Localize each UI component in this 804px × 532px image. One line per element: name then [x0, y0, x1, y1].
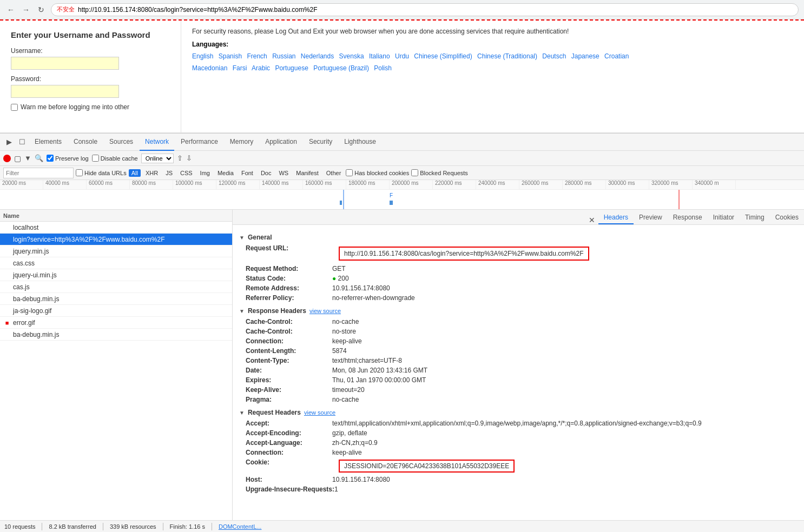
tab-console[interactable]: Console: [68, 134, 103, 151]
reqh-cookie-row: Cookie: JSESSIONID=20E796CA04233638B101A…: [239, 457, 798, 475]
filter-chip-doc[interactable]: Doc: [258, 169, 274, 177]
remote-key: Remote Address:: [246, 284, 332, 292]
list-item[interactable]: ■ error.gif: [0, 317, 232, 329]
address-bar[interactable]: 不安全 http://10.91.156.174:8080/cas/login?…: [51, 3, 799, 16]
lang-svenska[interactable]: Svenska: [339, 52, 364, 60]
lang-french[interactable]: French: [247, 52, 267, 60]
detail-tab-preview[interactable]: Preview: [634, 211, 668, 224]
list-item[interactable]: ja-sig-logo.gif: [0, 305, 232, 317]
list-item[interactable]: cas.css: [0, 257, 232, 269]
lang-italiano[interactable]: Italiano: [369, 52, 390, 60]
hide-data-urls-label: Hide data URLs: [76, 169, 127, 176]
tab-sources[interactable]: Sources: [104, 134, 139, 151]
status-dom-content[interactable]: DOMContentL...: [219, 523, 261, 530]
detail-tab-cookies[interactable]: Cookies: [770, 211, 804, 224]
svg-rect-4: [390, 201, 393, 205]
list-item[interactable]: localhost: [0, 222, 232, 234]
clear-button[interactable]: ▢: [14, 154, 21, 163]
tab-elements[interactable]: Elements: [29, 134, 67, 151]
filter-chip-all[interactable]: All: [129, 169, 141, 177]
preserve-log-checkbox[interactable]: [47, 155, 54, 162]
lang-spanish[interactable]: Spanish: [219, 52, 242, 60]
list-item[interactable]: ba-debug.min.js: [0, 293, 232, 305]
blocked-requests-text: Blocked Requests: [420, 170, 468, 176]
search-icon[interactable]: 🔍: [35, 154, 43, 162]
hide-data-urls-checkbox[interactable]: [76, 169, 83, 176]
filter-chip-font[interactable]: Font: [239, 169, 256, 177]
inspector-icon[interactable]: ▶: [3, 136, 15, 148]
filter-chip-js[interactable]: JS: [163, 169, 175, 177]
lang-urdu[interactable]: Urdu: [395, 52, 409, 60]
lang-deutsch[interactable]: Deutsch: [542, 52, 566, 60]
lang-nederlands[interactable]: Nederlands: [301, 52, 334, 60]
list-item[interactable]: login?service=http%3A%2F%2Fwww.baidu.com…: [0, 234, 232, 245]
export-button[interactable]: ⇩: [186, 154, 192, 162]
refresh-button[interactable]: ↻: [36, 4, 47, 15]
list-item[interactable]: cas.js: [0, 281, 232, 293]
tab-lighthouse[interactable]: Lighthouse: [339, 134, 381, 151]
record-button[interactable]: [3, 155, 11, 162]
throttle-select[interactable]: Online: [141, 154, 174, 163]
lang-japanese[interactable]: Japanese: [571, 52, 599, 60]
detail-tab-headers[interactable]: Headers: [598, 211, 634, 224]
request-view-source[interactable]: view source: [304, 409, 335, 416]
has-blocked-cookies-checkbox[interactable]: [346, 169, 353, 176]
disable-cache-checkbox[interactable]: [92, 155, 99, 162]
filter-chip-img[interactable]: Img: [197, 169, 213, 177]
tab-application[interactable]: Application: [260, 134, 302, 151]
filter-chip-css[interactable]: CSS: [177, 169, 195, 177]
device-icon[interactable]: ☐: [16, 136, 28, 148]
lang-portuguese[interactable]: Portuguese: [275, 64, 308, 72]
detail-tab-response[interactable]: Response: [668, 211, 708, 224]
cookie-value: JSESSIONID=20E796CA04233638B101A55032D39…: [339, 460, 515, 473]
referrer-row: Referrer Policy: no-referrer-when-downgr…: [239, 293, 798, 303]
filter-chip-xhr[interactable]: XHR: [143, 169, 161, 177]
lang-portuguese-brazil[interactable]: Portuguese (Brazil): [313, 64, 369, 72]
tick-10: 200000 ms: [390, 180, 433, 189]
general-arrow: ▼: [239, 235, 245, 241]
svg-text:F: F: [390, 192, 393, 198]
login-panel: Enter your Username and Password Usernam…: [0, 19, 181, 132]
filter-chip-media[interactable]: Media: [215, 169, 236, 177]
list-item[interactable]: ba-debug.min.js: [0, 329, 232, 341]
password-input[interactable]: [11, 85, 119, 98]
filter-chip-ws[interactable]: WS: [276, 169, 291, 177]
filter-chip-other[interactable]: Other: [324, 169, 344, 177]
lang-farsi[interactable]: Farsi: [233, 64, 247, 72]
detail-close-button[interactable]: ✕: [589, 216, 595, 224]
lang-chinese-simplified[interactable]: Chinese (Simplified): [414, 52, 472, 60]
tab-memory[interactable]: Memory: [225, 134, 259, 151]
rh-date: Date: Mon, 08 Jun 2020 13:43:16 GMT: [239, 365, 798, 375]
response-view-source[interactable]: view source: [309, 308, 341, 314]
lang-croatian[interactable]: Croatian: [604, 52, 629, 60]
detail-tab-initiator[interactable]: Initiator: [708, 211, 740, 224]
lang-english[interactable]: English: [192, 52, 213, 60]
list-item[interactable]: jquery.min.js: [0, 245, 232, 257]
filter-icon[interactable]: ▼: [24, 154, 31, 162]
tab-security[interactable]: Security: [304, 134, 338, 151]
tab-network[interactable]: Network: [140, 134, 174, 151]
filter-input[interactable]: [3, 168, 74, 178]
import-button[interactable]: ⇧: [177, 154, 183, 162]
lang-russian[interactable]: Russian: [272, 52, 295, 60]
lang-polish[interactable]: Polish: [374, 64, 392, 72]
status-finish: Finish: 1.16 s: [170, 523, 205, 530]
list-item[interactable]: jquery-ui.min.js: [0, 269, 232, 281]
details-panel: ✕ Headers Preview Response Initiator Tim…: [233, 210, 804, 532]
forward-button[interactable]: →: [21, 4, 31, 15]
username-input[interactable]: [11, 57, 119, 70]
lang-arabic[interactable]: Arabic: [252, 64, 270, 72]
rh-key: Cache-Control:: [246, 328, 332, 335]
detail-tab-timing[interactable]: Timing: [740, 211, 770, 224]
blocked-requests-checkbox[interactable]: [411, 169, 418, 176]
referrer-val: no-referrer-when-downgrade: [332, 294, 415, 302]
file-name: ba-debug.min.js: [13, 295, 59, 303]
lang-macedonian[interactable]: Macedonian: [192, 64, 227, 72]
tick-11: 220000 ms: [433, 180, 476, 189]
lang-chinese-traditional[interactable]: Chinese (Traditional): [477, 52, 537, 60]
tab-performance[interactable]: Performance: [175, 134, 223, 151]
warn-checkbox[interactable]: [11, 104, 18, 111]
file-name: cas.js: [13, 283, 30, 291]
back-button[interactable]: ←: [5, 4, 16, 15]
filter-chip-manifest[interactable]: Manifest: [293, 169, 321, 177]
